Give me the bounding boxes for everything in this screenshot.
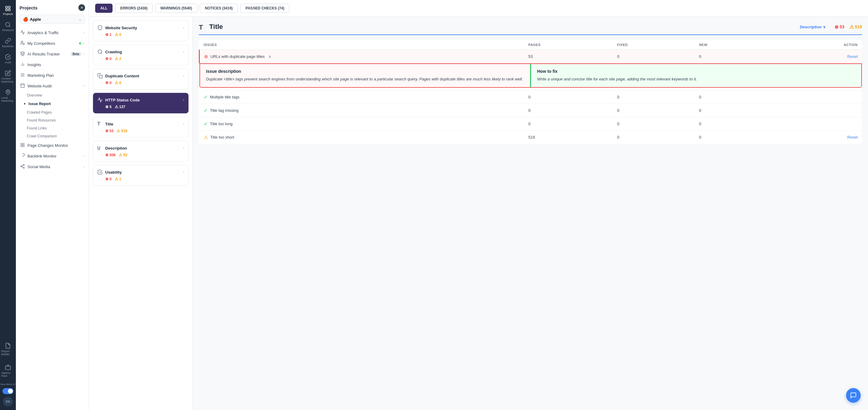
crawling-errors: ⊗ 0 xyxy=(105,56,112,61)
website-audit-icon xyxy=(20,83,25,89)
nav-report-builder[interactable]: Report Builder xyxy=(0,340,16,359)
filter-tab-passed[interactable]: PASSED CHECKS (74) xyxy=(240,4,289,13)
filter-bar: ALL ERRORS (2438) WARNINGS (5540) NOTICE… xyxy=(89,0,868,17)
issue-title-too-short-reset[interactable]: Reset xyxy=(847,135,858,139)
audit-card-duplicate-content[interactable]: Duplicate Content › ⊗ 0 ⚠ 0 xyxy=(93,69,189,90)
issue-row-duplicate-titles[interactable]: ⊗ URLs with duplicate page titles ∧ 53 0… xyxy=(199,50,862,63)
issue-row-title-too-short[interactable]: ⚠ Title too short 519 0 0 Reset xyxy=(199,131,862,144)
sidebar-sub-overview[interactable]: Overview xyxy=(16,91,89,99)
svg-point-5 xyxy=(7,91,9,93)
sidebar: Projects ✕ 🍎 Apple ⌄ Analytics & Traffic… xyxy=(16,0,89,410)
svg-point-4 xyxy=(6,23,10,27)
issue-description-text: Duplicate <title> tags prevent search en… xyxy=(206,76,524,82)
filter-tab-errors[interactable]: ERRORS (2438) xyxy=(115,4,153,13)
audit-card-http-status[interactable]: HTTP Status Code › ⊗ 5 ⚠ 137 xyxy=(93,93,189,114)
ai-tracker-icon xyxy=(20,51,25,57)
sidebar-item-analytics[interactable]: Analytics & Traffic › xyxy=(16,27,89,38)
svg-line-19 xyxy=(22,167,24,168)
nav-content-marketing[interactable]: Content Marketing xyxy=(0,67,16,86)
nav-projects[interactable]: Projects xyxy=(0,2,16,19)
audit-card-usability[interactable]: Usability › ⊗ 0 ⚠ 1 xyxy=(93,165,189,186)
new-menu-toggle[interactable] xyxy=(2,388,13,394)
duplicate-content-title: Duplicate Content xyxy=(105,74,181,78)
chat-button[interactable] xyxy=(846,388,861,403)
backlink-monitor-label: Backlink Monitor xyxy=(27,154,81,159)
usability-chevron-icon: › xyxy=(183,170,184,174)
audit-card-description[interactable]: U Description › ⊗ 506 ⚠ 52 xyxy=(93,141,189,162)
filter-tab-notices[interactable]: NOTICES (3419) xyxy=(200,4,238,13)
audit-card-crawling[interactable]: Crawling › ⊗ 0 ⚠ 2 xyxy=(93,44,189,66)
audit-card-title[interactable]: T Title › ⊗ 53 ⚠ 519 xyxy=(93,117,189,138)
svg-point-17 xyxy=(21,166,22,167)
sidebar-sub-found-links[interactable]: Found Links xyxy=(16,124,89,132)
warn-triangle-icon: ⚠ xyxy=(115,104,118,109)
title-warnings: ⚠ 519 xyxy=(117,129,127,133)
sidebar-sub-crawl-comparison[interactable]: Crawl Comparison xyxy=(16,132,89,140)
issue-duplicate-titles-new: 0 xyxy=(695,50,767,63)
warn-triangle-icon: ⚠ xyxy=(119,152,122,157)
nav-audit[interactable]: Audit xyxy=(0,51,16,67)
marketing-plan-icon xyxy=(20,72,25,78)
green-dot-indicator xyxy=(79,42,81,44)
marketing-plan-label: Marketing Plan xyxy=(27,73,85,78)
analytics-label: Analytics & Traffic xyxy=(27,30,81,35)
sidebar-sub-crawled-pages[interactable]: Crawled Pages xyxy=(16,108,89,116)
usability-errors: ⊗ 0 xyxy=(105,177,112,181)
issue-row-title-missing[interactable]: ✓ Title tag missing 0 0 0 xyxy=(199,104,862,117)
sidebar-close-button[interactable]: ✕ xyxy=(79,4,85,11)
nav-local-marketing[interactable]: Local Marketing xyxy=(0,86,16,105)
svg-rect-0 xyxy=(6,6,8,8)
usability-warnings: ⚠ 1 xyxy=(115,177,121,181)
pages-column-header: PAGES xyxy=(524,40,613,50)
competitors-chevron-icon: › xyxy=(84,42,85,45)
http-status-errors: ⊗ 5 xyxy=(105,104,112,109)
sidebar-item-backlink-monitor[interactable]: Backlink Monitor › xyxy=(16,151,89,162)
social-media-icon xyxy=(20,164,25,170)
issue-description-section: Issue description Duplicate <title> tags… xyxy=(200,64,530,87)
panel-title-T-icon: T xyxy=(199,24,206,30)
nav-agency-pack[interactable]: Agency Pack xyxy=(0,361,16,380)
sidebar-item-social-media[interactable]: Social Media › xyxy=(16,162,89,172)
sidebar-item-page-changes[interactable]: Page Changes Monitor xyxy=(16,140,89,151)
audit-card-website-security[interactable]: Website Security › ⊗ 1 ⚠ 0 xyxy=(93,21,189,41)
content-area: Website Security › ⊗ 1 ⚠ 0 xyxy=(89,17,868,410)
ai-tracker-label: AI Results Tracker xyxy=(27,52,68,56)
svg-point-8 xyxy=(23,43,24,45)
how-to-fix-section: How to fix Write a unique and concise ti… xyxy=(530,64,861,87)
sidebar-item-marketing-plan[interactable]: Marketing Plan xyxy=(16,70,89,81)
nav-research[interactable]: Research xyxy=(0,19,16,35)
filter-tab-warnings[interactable]: WARNINGS (5540) xyxy=(155,4,197,13)
title-errors: ⊗ 53 xyxy=(105,129,114,133)
issues-table: ISSUES PAGES FIXED NEW ACTION ⊗ URLs wit… xyxy=(199,40,862,144)
panel-warn-count: ⚠ 519 xyxy=(849,24,862,30)
nav-backlinks[interactable]: Backlinks xyxy=(0,35,16,51)
expanded-detail-row: Issue description Duplicate <title> tags… xyxy=(199,63,862,91)
user-avatar[interactable]: DA xyxy=(3,397,13,406)
check-square-icon xyxy=(97,169,103,175)
filter-tab-all[interactable]: ALL xyxy=(95,4,113,13)
description-button[interactable]: Description ∨ xyxy=(800,25,826,29)
issue-title-missing-action xyxy=(767,104,862,117)
sidebar-item-competitors[interactable]: My Competitors › xyxy=(16,38,89,49)
warn-triangle-icon: ⚠ xyxy=(115,56,118,61)
how-to-fix-text: Write a unique and concise title for eac… xyxy=(537,76,855,82)
issue-title-missing-pages: 0 xyxy=(524,104,613,117)
table-header-row: ISSUES PAGES FIXED NEW ACTION xyxy=(199,40,862,50)
warn-triangle-icon: ⚠ xyxy=(115,177,118,181)
issue-row-title-too-long[interactable]: ✓ Title too long 0 0 0 xyxy=(199,117,862,131)
sidebar-item-website-audit[interactable]: Website Audit › xyxy=(16,81,89,91)
backlink-monitor-chevron-icon: › xyxy=(84,155,85,158)
issue-duplicate-titles-reset[interactable]: Reset xyxy=(847,54,858,59)
issue-row-multiple-titles[interactable]: ✓ Multiple title tags 0 0 0 xyxy=(199,91,862,104)
issue-duplicate-titles-name: URLs with duplicate page titles xyxy=(211,54,265,59)
sidebar-item-ai-tracker[interactable]: AI Results Tracker Beta › xyxy=(16,49,89,59)
sidebar-item-insights[interactable]: Insights xyxy=(16,59,89,70)
sidebar-sub-found-resources[interactable]: Found Resources xyxy=(16,116,89,124)
project-selector[interactable]: 🍎 Apple ⌄ xyxy=(20,14,85,24)
sidebar-sub-issue-report[interactable]: Issue Report xyxy=(16,99,89,108)
social-media-chevron-icon: › xyxy=(84,165,85,168)
svg-point-16 xyxy=(23,164,24,165)
title-card-title: Title xyxy=(105,122,181,127)
competitors-label: My Competitors xyxy=(27,41,76,46)
title-chevron-icon: › xyxy=(183,122,184,126)
